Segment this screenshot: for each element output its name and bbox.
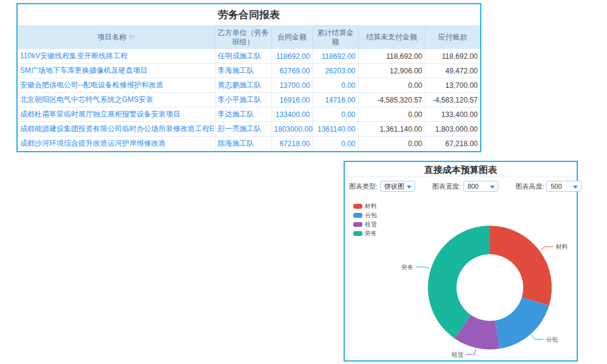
labor-contract-report-panel: 劳务合同报表 项目名称 乙方单位（劳务班组） 合同金额 累计结算金额 结算未支付…: [16, 3, 481, 152]
table-row: SM广场地下车库更换摄像机及硬盘项目 李海施工队 62769.00 26203.…: [18, 64, 480, 78]
sort-icon[interactable]: [129, 33, 135, 42]
cell-accounts-payable: 13,700.00: [425, 78, 480, 93]
legend-swatch: [353, 213, 362, 218]
legend-label: 租赁: [365, 220, 377, 229]
cell-project-name[interactable]: 成都沙河环境综合提升改造运河护岸维修改造: [18, 136, 215, 151]
report-table: 项目名称 乙方单位（劳务班组） 合同金额 累计结算金额 结算未支付金额 应付账款…: [18, 25, 480, 151]
slice-callout-line: [541, 247, 554, 250]
cell-contract-amount: 67218.00: [271, 136, 313, 151]
report-header-row: 项目名称 乙方单位（劳务班组） 合同金额 累计结算金额 结算未支付金额 应付账款: [18, 26, 480, 49]
cell-settled-amount: 14716.00: [313, 93, 358, 107]
cell-contractor[interactable]: 任明成施工队: [215, 49, 271, 64]
slice-callout-line: [466, 349, 476, 354]
cell-accounts-payable: 1,803,000.00: [425, 122, 480, 136]
cell-settled-amount: 118692.00: [313, 49, 358, 64]
cell-unpaid-amount: 1,361,140.00: [358, 122, 425, 136]
legend-swatch: [353, 204, 362, 209]
cell-project-name[interactable]: 成都杜甫草堂临时展厅独立展柜报警设备安装项目: [18, 107, 215, 122]
cell-project-name[interactable]: 安徽合肥供电公司--配电设备检修维护和改造: [18, 78, 215, 93]
cell-accounts-payable: 67,218.00: [425, 136, 480, 151]
cell-contract-amount: 62769.00: [271, 64, 313, 78]
cell-settled-amount: 1361140.00: [313, 122, 358, 136]
cell-contractor[interactable]: 黄志鹏施工队: [215, 78, 271, 93]
table-row: 成都沙河环境综合提升改造运河护岸维修改造 陈海施工队 67218.00 0.00…: [18, 136, 480, 151]
cost-budget-chart-panel: 直接成本预算图表 图表类型: 饼状图 图表宽度: 800 图表高度: 500 材…: [344, 161, 578, 362]
cell-project-name[interactable]: 成都能源建设集团投资有限公司临时办公场所装修改造工程EPC: [18, 122, 215, 136]
cell-unpaid-amount: 118,692.00: [358, 49, 425, 64]
cell-contract-amount: 13700.00: [271, 78, 313, 93]
col-header-contract-amount: 合同金额: [271, 26, 313, 49]
cell-accounts-payable: 118,692.00: [425, 49, 480, 64]
cell-contract-amount: 133400.00: [271, 107, 313, 122]
table-row: 110kV安徽线程集变开断线路工程 任明成施工队 118692.00 11869…: [18, 49, 480, 64]
legend-label: 劳务: [365, 229, 377, 238]
cell-contractor[interactable]: 彭一亮施工队: [215, 122, 271, 136]
cell-settled-amount: 26203.00: [313, 64, 358, 78]
cell-unpaid-amount: 0.00: [358, 78, 425, 93]
legend-item-材料[interactable]: 材料: [353, 202, 377, 211]
legend-item-劳务[interactable]: 劳务: [353, 229, 377, 238]
table-row: 北京朝阳区电气中芯特气系统之GMS安装 李小平施工队 16916.00 1471…: [18, 93, 480, 107]
cell-project-name[interactable]: 北京朝阳区电气中芯特气系统之GMS安装: [18, 93, 215, 107]
slice-label-劳务: 劳务: [401, 264, 413, 271]
table-row: 安徽合肥供电公司--配电设备检修维护和改造 黄志鹏施工队 13700.00 0.…: [18, 78, 480, 93]
cell-project-name[interactable]: SM广场地下车库更换摄像机及硬盘项目: [18, 64, 215, 78]
cell-contractor[interactable]: 李小平施工队: [215, 93, 271, 107]
legend-swatch: [353, 222, 362, 227]
slice-label-分包: 分包: [546, 336, 558, 343]
cell-contractor[interactable]: 李海施工队: [215, 64, 271, 78]
report-title: 劳务合同报表: [18, 4, 480, 25]
slice-分包[interactable]: [495, 297, 549, 349]
legend-item-租赁[interactable]: 租赁: [353, 220, 377, 229]
donut-svg: 材料分包租赁劳务: [345, 180, 579, 363]
cell-unpaid-amount: -4,585,320.57: [358, 93, 425, 107]
cell-accounts-payable: 133,400.00: [425, 107, 480, 122]
cell-contractor[interactable]: 李达施工队: [215, 107, 271, 122]
col-header-contractor: 乙方单位（劳务班组）: [215, 26, 271, 49]
legend-item-分包[interactable]: 分包: [353, 211, 377, 220]
cell-settled-amount: 0.00: [313, 136, 358, 151]
legend-swatch: [353, 231, 362, 236]
slice-label-材料: 材料: [555, 243, 568, 250]
col-header-accounts-payable: 应付账款: [425, 26, 480, 49]
col-header-unpaid-amount: 结算未支付金额: [358, 26, 425, 49]
col-header-settled-amount: 累计结算金额: [313, 26, 358, 49]
cell-accounts-payable: -4,583,120.57: [425, 93, 480, 107]
cell-contract-amount: 1803000.00: [271, 122, 313, 136]
cell-contract-amount: 16916.00: [271, 93, 313, 107]
table-row: 成都能源建设集团投资有限公司临时办公场所装修改造工程EPC 彭一亮施工队 180…: [18, 122, 480, 136]
cell-unpaid-amount: 12,906.00: [358, 64, 425, 78]
legend-label: 材料: [365, 202, 377, 211]
cell-contract-amount: 118692.00: [271, 49, 313, 64]
cell-unpaid-amount: 0.00: [358, 107, 425, 122]
slice-label-租赁: 租赁: [452, 351, 464, 358]
cell-settled-amount: 0.00: [313, 107, 358, 122]
cell-unpaid-amount: 0.00: [358, 136, 425, 151]
slice-callout-line: [531, 335, 543, 339]
chart-title: 直接成本预算图表: [345, 162, 577, 177]
report-table-body: 110kV安徽线程集变开断线路工程 任明成施工队 118692.00 11869…: [18, 49, 480, 151]
cell-project-name[interactable]: 110kV安徽线程集变开断线路工程: [18, 49, 215, 64]
cell-contractor[interactable]: 陈海施工队: [215, 136, 271, 151]
chart-legend: 材料分包租赁劳务: [353, 202, 377, 238]
table-row: 成都杜甫草堂临时展厅独立展柜报警设备安装项目 李达施工队 133400.00 0…: [18, 107, 480, 122]
legend-label: 分包: [365, 211, 377, 220]
slice-材料[interactable]: [490, 226, 552, 306]
col-header-project-name[interactable]: 项目名称: [18, 26, 215, 49]
slice-callout-line: [416, 267, 430, 269]
cell-settled-amount: 0.00: [313, 78, 358, 93]
cell-accounts-payable: 49,472.00: [425, 64, 480, 78]
